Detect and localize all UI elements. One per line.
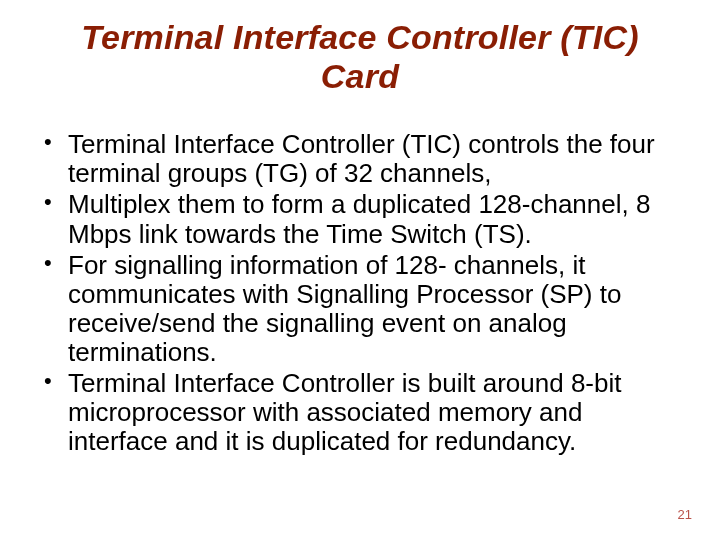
list-item: Multiplex them to form a duplicated 128-… — [66, 190, 680, 248]
bullet-list: Terminal Interface Controller (TIC) cont… — [40, 130, 680, 456]
slide-title: Terminal Interface Controller (TIC) Card — [40, 18, 680, 116]
list-item: For signalling information of 128- chann… — [66, 251, 680, 367]
page-number: 21 — [678, 507, 692, 522]
slide-body: Terminal Interface Controller (TIC) cont… — [40, 116, 680, 456]
list-item: Terminal Interface Controller (TIC) cont… — [66, 130, 680, 188]
list-item: Terminal Interface Controller is built a… — [66, 369, 680, 456]
slide: Terminal Interface Controller (TIC) Card… — [0, 0, 720, 540]
